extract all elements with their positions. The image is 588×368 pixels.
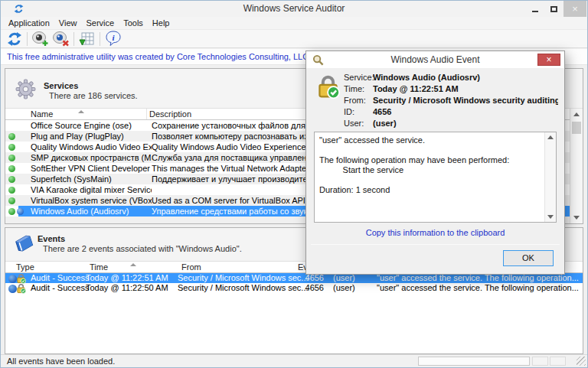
toolbar-separator: [27, 32, 28, 46]
services-scrollbar[interactable]: [570, 109, 583, 223]
service-status-cell: [5, 142, 31, 152]
add-watch-button[interactable]: [30, 31, 51, 47]
col-from[interactable]: From: [181, 262, 201, 272]
ok-button[interactable]: OK: [503, 250, 554, 266]
titlebar: Windows Service Auditor ×: [1, 1, 587, 17]
scroll-down-button[interactable]: [545, 212, 556, 222]
event-dialog: Windows Audio Event × Service:Windows Au…: [305, 50, 565, 275]
chevron-down-icon: [547, 215, 554, 219]
scroll-up-button[interactable]: [570, 109, 583, 120]
menu-tools[interactable]: Tools: [119, 18, 148, 28]
menu-application[interactable]: Application: [4, 18, 54, 28]
field-label-user: User:: [344, 118, 373, 129]
service-name: [31, 217, 152, 223]
lock-check-icon: [16, 273, 26, 284]
events-subtitle: There are 2 events associated with "Wind…: [43, 244, 242, 253]
service-status-cell: [5, 174, 31, 184]
gear-icon: [15, 79, 36, 99]
col-type[interactable]: Type: [16, 262, 34, 272]
close-button[interactable]: ×: [564, 1, 586, 17]
col-time[interactable]: Time: [90, 262, 108, 272]
sort-asc-icon: [78, 110, 84, 113]
event-details-text: "user" accessed the service. The followi…: [315, 132, 544, 222]
about-button[interactable]: i: [103, 31, 123, 47]
scrollbar-thumb[interactable]: [572, 122, 581, 134]
events-title: Events: [38, 234, 65, 243]
maximize-icon: [550, 6, 557, 12]
info-balloon-icon: i: [106, 31, 121, 47]
event-details-box[interactable]: "user" accessed the service. The followi…: [314, 132, 557, 223]
field-value-from: Security / Microsoft Windows security au…: [373, 95, 558, 106]
eye-x-icon: [52, 31, 70, 47]
close-icon: ×: [572, 3, 578, 15]
menu-help[interactable]: Help: [148, 18, 175, 28]
details-scrollbar[interactable]: [544, 132, 556, 222]
event-type-cell: [5, 273, 31, 284]
export-grid-button[interactable]: [77, 31, 97, 47]
credit-link[interactable]: This free administrative utility was cre…: [7, 52, 309, 61]
event-time: Today @ 11:22:50 AM: [86, 283, 178, 294]
event-user: (user): [327, 273, 377, 284]
service-status-cell: [5, 206, 31, 217]
grid-export-icon: [79, 31, 95, 47]
field-label-id: ID:: [344, 106, 373, 118]
lock-check-icon: [16, 283, 26, 294]
service-name: SMP дисковых пространств (Майкрос...: [31, 152, 152, 163]
status-text: All events have been loaded.: [7, 357, 115, 366]
col-name[interactable]: Name: [31, 109, 53, 119]
event-id: 4656: [296, 283, 327, 294]
event-user: (user): [327, 283, 377, 294]
service-name: Plug and Play (PlugPlay): [31, 131, 152, 142]
refresh-button[interactable]: [4, 31, 24, 47]
refresh-icon: [7, 31, 22, 47]
remove-watch-button[interactable]: [51, 31, 71, 47]
toolbar: i: [1, 30, 587, 48]
col-description[interactable]: Description: [149, 109, 191, 119]
field-value-service: Windows Audio (Audiosrv): [373, 72, 558, 83]
status-cell: [550, 357, 566, 366]
field-value-time: Today @ 11:22:51 AM: [373, 83, 558, 95]
menu-service[interactable]: Service: [81, 18, 119, 28]
service-status-cell: [5, 120, 31, 131]
services-title: Services: [44, 81, 78, 90]
event-details: "user" accessed the service. The followi…: [377, 273, 583, 284]
column-divider: [146, 109, 147, 119]
copy-to-clipboard-link[interactable]: Copy this information to the clipboard: [366, 228, 505, 237]
service-status-cell: [5, 217, 31, 223]
menubar: Application View Service Tools Help: [1, 17, 587, 30]
book-icon: [14, 233, 35, 254]
dialog-titlebar: Windows Audio Event ×: [306, 51, 564, 68]
window-title: Windows Service Auditor: [1, 1, 587, 17]
dialog-close-button[interactable]: ×: [537, 54, 560, 66]
event-time: Today @ 11:22:51 AM: [86, 273, 178, 284]
app-window: Windows Service Auditor × Application Vi…: [0, 0, 588, 368]
event-from: Security / Microsoft Windows sec...: [178, 283, 296, 294]
running-status-icon: [8, 155, 15, 161]
running-status-icon: [8, 208, 15, 215]
service-status-cell: [5, 195, 31, 206]
statusbar: All events have been loaded.: [1, 354, 587, 367]
service-status-cell: [5, 152, 31, 163]
event-row[interactable]: Audit - SuccessToday @ 11:22:50 AMSecuri…: [5, 283, 583, 293]
field-label-service: Service:: [344, 72, 373, 83]
event-details: "user" accessed the service. The followi…: [377, 283, 583, 294]
status-cell: [532, 357, 548, 366]
scroll-up-button[interactable]: [545, 132, 556, 142]
field-label-from: From:: [344, 95, 373, 106]
event-type-cell: [5, 283, 31, 294]
service-name: Superfetch (SysMain): [31, 174, 152, 184]
dialog-title: Windows Audio Event: [306, 51, 564, 68]
running-status-icon: [8, 187, 15, 194]
running-status-icon: [8, 165, 15, 172]
menu-view[interactable]: View: [54, 18, 82, 28]
service-name: Quality Windows Audio Video Experien...: [31, 142, 152, 152]
scroll-down-button[interactable]: [570, 212, 583, 223]
service-name: SoftEther VPN Client Developer Edition .…: [31, 163, 152, 174]
audio-service-icon: [17, 208, 24, 215]
lock-check-icon: [316, 73, 340, 99]
services-subtitle: There are 186 services.: [49, 91, 138, 100]
minimize-button[interactable]: [525, 1, 544, 17]
maximize-button[interactable]: [544, 1, 564, 17]
resize-grip[interactable]: [577, 357, 586, 366]
sort-asc-icon: [130, 263, 136, 266]
